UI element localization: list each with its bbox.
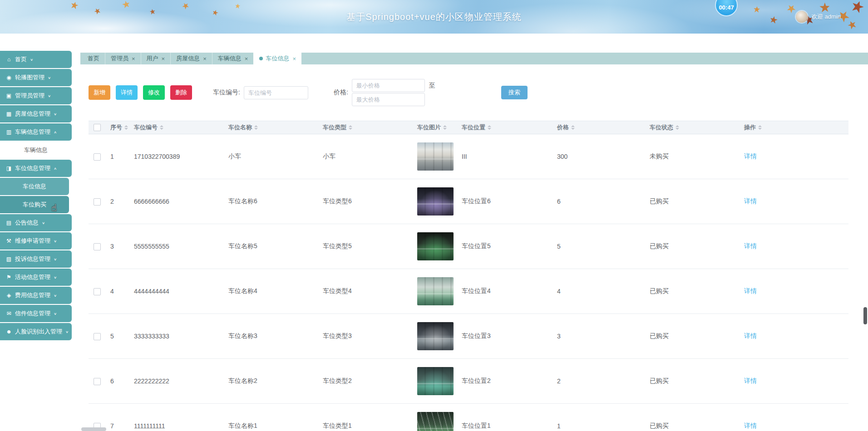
sidebar-item[interactable]: ⚒ 维修申请管理 ∨ bbox=[0, 232, 72, 250]
detail-link[interactable]: 详情 bbox=[744, 377, 757, 384]
parking-photo[interactable] bbox=[417, 187, 454, 216]
sort-icons[interactable] bbox=[349, 125, 352, 130]
cell-index: 2 bbox=[106, 179, 129, 224]
cell-status: 已购买 bbox=[645, 359, 740, 404]
sidebar-item[interactable]: ✉ 信件信息管理 ∨ bbox=[0, 305, 72, 322]
tab-label: 用户 bbox=[147, 54, 158, 63]
sidebar-item[interactable]: 车辆信息 bbox=[0, 142, 72, 159]
cell-parking-location: 车位位置1 bbox=[457, 404, 552, 431]
sidebar-item[interactable]: ▧ 投诉信息管理 ∨ bbox=[0, 250, 72, 268]
min-price-input[interactable] bbox=[352, 79, 425, 92]
tab[interactable]: 车位信息 × bbox=[253, 53, 301, 64]
chevron-down-icon: ∨ bbox=[48, 94, 51, 98]
sidebar-item[interactable]: ☻ 人脸识别出入管理 ∨ bbox=[0, 323, 72, 340]
close-icon[interactable]: × bbox=[292, 56, 296, 62]
cell-parking-location: III bbox=[457, 134, 552, 179]
page-title: 基于Springboot+vue的小区物业管理系统 bbox=[0, 11, 868, 23]
cell-parking-location: 车位位置5 bbox=[457, 224, 552, 269]
sort-icons[interactable] bbox=[443, 125, 447, 130]
sidebar-item[interactable]: ⌂ 首页 ∨ bbox=[0, 51, 72, 68]
sidebar-item-label: 房屋信息管理 bbox=[15, 110, 50, 118]
detail-link[interactable]: 详情 bbox=[744, 287, 757, 294]
search-button[interactable]: 搜索 bbox=[501, 86, 528, 99]
column-header: 车位编号 bbox=[129, 121, 224, 134]
sort-icons[interactable] bbox=[758, 125, 762, 130]
sidebar-item[interactable]: ▥ 车辆信息管理 ∧ bbox=[0, 123, 72, 141]
table-row: 3 5555555555 车位名称5 车位类型5 车位位置5 5 已购买 详情 bbox=[89, 224, 848, 269]
cell-index: 1 bbox=[106, 134, 129, 179]
data-table: 序号 车位编号 bbox=[89, 121, 848, 431]
sidebar-item[interactable]: ◈ 费用信息管理 ∨ bbox=[0, 287, 72, 304]
horizontal-scrollbar-thumb[interactable] bbox=[81, 427, 106, 431]
sidebar-item[interactable]: ⚑ 活动信息管理 ∨ bbox=[0, 269, 72, 286]
sort-icons[interactable] bbox=[254, 125, 258, 130]
row-checkbox[interactable] bbox=[94, 198, 101, 206]
detail-link[interactable]: 详情 bbox=[744, 197, 757, 205]
parking-icon: ◨ bbox=[5, 165, 12, 171]
sidebar-item-label: 车辆信息管理 bbox=[15, 128, 50, 136]
sort-icons[interactable] bbox=[124, 125, 128, 130]
detail-link[interactable]: 详情 bbox=[744, 422, 757, 429]
sort-icons[interactable] bbox=[488, 125, 491, 130]
tab[interactable]: 车辆信息 × bbox=[212, 53, 254, 64]
parking-photo[interactable] bbox=[417, 367, 454, 395]
avatar bbox=[796, 11, 808, 23]
cell-price: 5 bbox=[552, 224, 645, 269]
sidebar-item-label: 车位信息管理 bbox=[15, 164, 50, 172]
add-button[interactable]: 新增 bbox=[89, 85, 110, 100]
sidebar-item[interactable]: ◨ 车位信息管理 ∧ bbox=[0, 160, 72, 177]
sidebar-item-label: 投诉信息管理 bbox=[15, 255, 50, 263]
row-checkbox[interactable] bbox=[94, 243, 101, 250]
tab[interactable]: 管理员 × bbox=[105, 53, 141, 64]
row-checkbox[interactable] bbox=[94, 288, 101, 295]
detail-button[interactable]: 详情 bbox=[116, 85, 138, 100]
sidebar-item[interactable]: 车位信息 bbox=[0, 178, 69, 195]
tab[interactable]: 用户 × bbox=[141, 53, 171, 64]
cell-parking-name: 车位名称5 bbox=[224, 224, 318, 269]
to-label: 至 bbox=[429, 82, 435, 90]
parking-photo[interactable] bbox=[417, 232, 454, 260]
sidebar-item[interactable]: ▦ 房屋信息管理 ∨ bbox=[0, 105, 72, 122]
sidebar-item-label: 车位信息 bbox=[23, 182, 46, 191]
column-header: 序号 bbox=[106, 121, 129, 134]
delete-button[interactable]: 删除 bbox=[170, 85, 192, 100]
sidebar-item[interactable]: ◉ 轮播图管理 ∨ bbox=[0, 69, 72, 86]
parking-photo[interactable] bbox=[417, 277, 454, 305]
tab-bar: 首页 × 管理员 × 用户 × 房屋信息 × bbox=[80, 53, 868, 64]
close-icon[interactable]: × bbox=[245, 56, 248, 62]
vertical-scrollbar-thumb[interactable] bbox=[863, 307, 867, 324]
sidebar-item[interactable]: 车位购买 bbox=[0, 196, 69, 213]
select-all-checkbox[interactable] bbox=[94, 124, 101, 131]
edit-button[interactable]: 修改 bbox=[143, 85, 165, 100]
parking-photo[interactable] bbox=[417, 322, 454, 350]
tab[interactable]: 房屋信息 × bbox=[170, 53, 212, 64]
sidebar-item-label: 首页 bbox=[15, 55, 27, 64]
row-checkbox[interactable] bbox=[94, 153, 101, 161]
close-icon[interactable]: × bbox=[203, 56, 207, 62]
detail-link[interactable]: 详情 bbox=[744, 242, 757, 250]
code-input[interactable] bbox=[244, 86, 308, 99]
chevron-up-icon: ∧ bbox=[54, 130, 57, 134]
parking-photo[interactable] bbox=[417, 412, 454, 431]
sidebar-item[interactable]: ▤ 公告信息 ∨ bbox=[0, 214, 72, 231]
max-price-input[interactable] bbox=[352, 93, 425, 106]
row-checkbox[interactable] bbox=[94, 378, 101, 385]
detail-link[interactable]: 详情 bbox=[744, 152, 757, 160]
user-info[interactable]: 欢迎 admin bbox=[796, 11, 841, 23]
close-icon[interactable]: × bbox=[132, 56, 135, 62]
parking-photo[interactable] bbox=[417, 142, 454, 171]
tab-label: 车辆信息 bbox=[218, 54, 242, 63]
column-header: 车位状态 bbox=[645, 121, 740, 134]
sidebar-item[interactable]: ▣ 管理员管理 ∨ bbox=[0, 87, 72, 104]
cell-status: 已购买 bbox=[645, 179, 740, 224]
sort-icons[interactable] bbox=[571, 125, 575, 130]
cell-parking-location: 车位位置4 bbox=[457, 269, 552, 314]
sort-icons[interactable] bbox=[676, 125, 679, 130]
tab[interactable]: 首页 × bbox=[82, 53, 105, 64]
row-checkbox[interactable] bbox=[94, 333, 101, 340]
detail-link[interactable]: 详情 bbox=[744, 332, 757, 339]
sort-icons[interactable] bbox=[160, 125, 163, 130]
clock-time: 00:47 bbox=[719, 4, 734, 11]
cell-parking-location: 车位位置2 bbox=[457, 359, 552, 404]
close-icon[interactable]: × bbox=[162, 56, 165, 62]
